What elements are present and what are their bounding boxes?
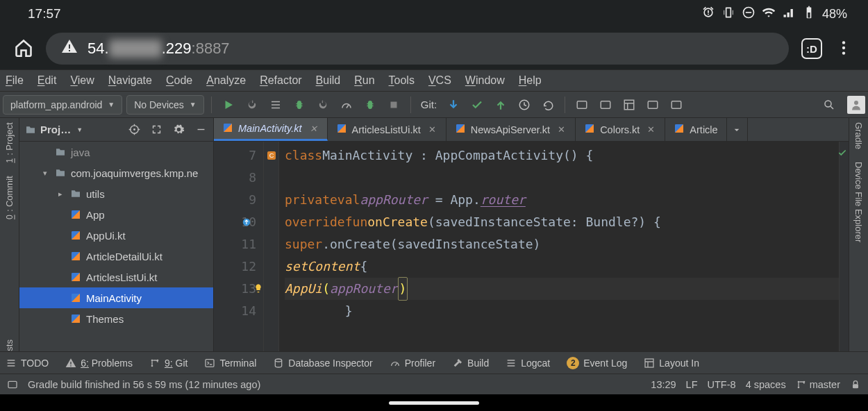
menu-run[interactable]: Run <box>354 74 374 87</box>
android-nav-bar[interactable] <box>0 394 868 411</box>
tool-project-tab[interactable]: 1: Project <box>4 122 15 163</box>
instant-run-button[interactable] <box>360 95 380 115</box>
expand-all-icon[interactable] <box>148 121 165 138</box>
bottom-tool-event-log[interactable]: 2Event Log <box>567 357 627 369</box>
close-tab-icon[interactable]: ✕ <box>308 124 319 134</box>
close-tab-icon[interactable]: ✕ <box>556 124 567 135</box>
line-ending[interactable]: LF <box>686 379 698 390</box>
editor-tab[interactable]: Colors.kt✕ <box>576 118 665 141</box>
editor-tab[interactable]: MainActivity.kt✕ <box>214 118 328 141</box>
browser-more-icon[interactable] <box>835 39 853 59</box>
tree-node[interactable]: ▾com.joaquimverges.kmp.ne <box>19 162 213 183</box>
override-gutter-icon[interactable] <box>242 217 251 227</box>
tool-device-file-explorer-tab[interactable]: Device File Explorer <box>853 162 864 242</box>
settings-icon[interactable] <box>170 121 187 138</box>
gesture-handle[interactable] <box>389 401 479 405</box>
menu-help[interactable]: Help <box>519 74 542 87</box>
menu-file[interactable]: File <box>6 74 24 87</box>
menu-refactor[interactable]: Refactor <box>260 74 301 87</box>
bottom-tool-todo[interactable]: TODO <box>6 358 49 369</box>
code-line[interactable] <box>285 167 839 189</box>
tree-node[interactable]: Themes <box>19 308 213 329</box>
status-tool-window-icon[interactable] <box>7 379 18 390</box>
git-update-button[interactable] <box>444 95 463 115</box>
menu-navigate[interactable]: Navigate <box>108 74 152 87</box>
apply-changes-button[interactable] <box>242 95 262 115</box>
account-avatar[interactable] <box>847 96 865 114</box>
menu-window[interactable]: Window <box>465 74 505 87</box>
tree-node[interactable]: ArticlesListUi.kt <box>19 267 213 287</box>
close-tab-icon[interactable]: ✕ <box>427 124 437 135</box>
menu-edit[interactable]: Edit <box>37 74 57 87</box>
lock-icon[interactable] <box>850 379 861 390</box>
git-rollback-button[interactable] <box>538 95 558 115</box>
avd-manager-button[interactable] <box>572 95 592 115</box>
editor-tab[interactable]: NewsApiServer.kt✕ <box>446 118 576 141</box>
caret-position[interactable]: 13:29 <box>651 379 676 390</box>
intention-bulb-icon[interactable] <box>253 283 264 294</box>
search-everywhere-button[interactable] <box>819 95 839 115</box>
run-button[interactable] <box>219 95 238 115</box>
project-tree[interactable]: java▾com.joaquimverges.kmp.ne▸utilsAppAp… <box>19 142 213 351</box>
sync-project-button[interactable] <box>667 95 686 115</box>
tabs-overflow-button[interactable] <box>727 118 748 141</box>
stop-button[interactable] <box>384 95 403 115</box>
url-field[interactable]: 54.xxx.xxx.229:8887 <box>46 33 789 65</box>
git-push-button[interactable] <box>491 95 510 115</box>
resource-manager-button[interactable] <box>619 95 639 115</box>
run-config-combo[interactable]: platform_app.android ▼ <box>3 95 122 115</box>
tree-node[interactable]: ArticleDetailUi.kt <box>19 246 213 267</box>
device-manager-button[interactable] <box>643 95 662 115</box>
code-line[interactable]: override fun onCreate(savedInstanceState… <box>285 211 839 233</box>
bottom-tool-terminal[interactable]: Terminal <box>204 358 256 369</box>
menu-analyze[interactable]: Analyze <box>206 74 246 87</box>
coverage-button[interactable] <box>313 95 333 115</box>
bottom-tool-problems[interactable]: 6: Problems <box>65 358 133 369</box>
git-branch[interactable]: master <box>796 379 840 390</box>
editor-tab[interactable]: ArticlesListUi.kt✕ <box>328 118 446 141</box>
code-line[interactable]: AppUi(appRouter) <box>285 278 839 300</box>
menu-tools[interactable]: Tools <box>389 74 415 87</box>
tree-node[interactable]: java <box>19 142 213 162</box>
home-icon[interactable] <box>14 38 33 60</box>
debug-button[interactable] <box>290 95 309 115</box>
indent-setting[interactable]: 4 spaces <box>746 379 786 390</box>
hide-tool-window-icon[interactable] <box>192 121 209 138</box>
tab-count-button[interactable]: :D <box>801 38 822 59</box>
tree-node[interactable]: MainActivity <box>19 287 213 308</box>
file-encoding[interactable]: UTF-8 <box>708 379 736 390</box>
menu-build[interactable]: Build <box>316 74 341 87</box>
select-opened-file-icon[interactable] <box>126 121 142 138</box>
bottom-tool-logcat[interactable]: Logcat <box>506 358 550 369</box>
menu-vcs[interactable]: VCS <box>428 74 451 87</box>
git-commit-button[interactable] <box>467 95 487 115</box>
tree-node[interactable]: App <box>19 204 213 225</box>
bottom-tool-build[interactable]: Build <box>452 358 489 369</box>
tree-node[interactable]: AppUi.kt <box>19 225 213 246</box>
project-view-selector[interactable]: Proj… ▼ <box>25 124 83 135</box>
code-line[interactable]: } <box>285 300 839 322</box>
code-line[interactable]: super.onCreate(savedInstanceState) <box>285 233 839 255</box>
tree-node[interactable]: ▸utils <box>19 183 213 204</box>
tool-commit-tab[interactable]: 0: Commit <box>4 176 15 219</box>
menu-view[interactable]: View <box>70 74 94 87</box>
tool-gradle-tab[interactable]: Gradle <box>853 122 864 149</box>
editor-tab[interactable]: Article <box>665 118 726 141</box>
code-line[interactable]: setContent { <box>285 255 839 278</box>
device-combo[interactable]: No Devices ▼ <box>126 95 204 115</box>
tool-structure-tab[interactable]: sts <box>4 339 15 351</box>
close-tab-icon[interactable]: ✕ <box>646 124 656 135</box>
bottom-tool-layout-in[interactable]: Layout In <box>644 358 699 369</box>
profile-button[interactable] <box>337 95 356 115</box>
code-editor[interactable]: class MainActivity : AppCompatActivity()… <box>279 142 839 351</box>
menu-code[interactable]: Code <box>166 74 192 87</box>
code-line[interactable]: private val appRouter = App.router <box>285 189 839 211</box>
bottom-tool-git[interactable]: 9: Git <box>149 358 187 369</box>
attach-debugger-button[interactable] <box>266 95 285 115</box>
git-history-button[interactable] <box>515 95 534 115</box>
bottom-tool-profiler[interactable]: Profiler <box>390 358 435 369</box>
bottom-tool-database-inspector[interactable]: Database Inspector <box>273 358 372 369</box>
error-stripe[interactable] <box>839 142 849 351</box>
sdk-manager-button[interactable] <box>596 95 615 115</box>
code-line[interactable]: class MainActivity : AppCompatActivity()… <box>285 144 839 167</box>
